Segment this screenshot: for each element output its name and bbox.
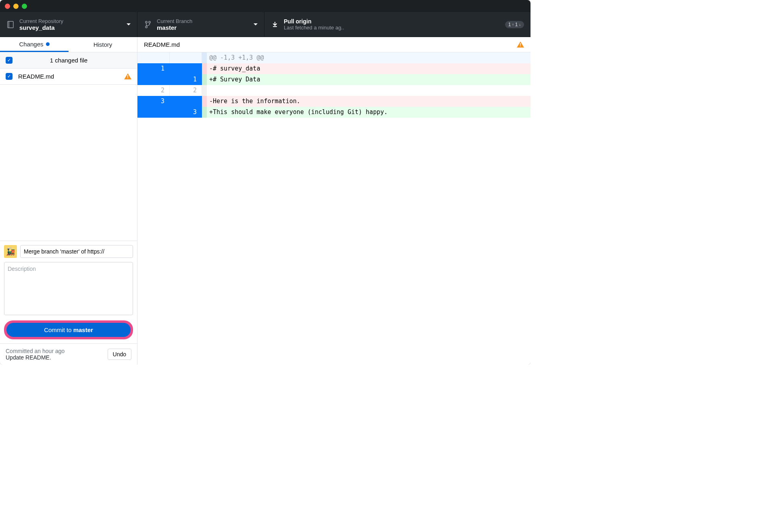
diff-marker (202, 107, 207, 118)
svg-point-3 (149, 21, 150, 23)
toolbar: Current Repository survey_data Current B… (0, 12, 531, 37)
sync-title: Pull origin (284, 18, 501, 25)
repo-selector[interactable]: Current Repository survey_data (0, 12, 137, 37)
diff-row-del[interactable]: 1-# survey_data (137, 63, 531, 74)
gutter-old (137, 107, 170, 118)
repo-label: Current Repository (19, 18, 127, 24)
svg-rect-0 (8, 21, 13, 28)
gutter-old (137, 74, 170, 85)
gutter-new: 2 (170, 85, 202, 96)
svg-rect-5 (273, 26, 277, 27)
repo-value: survey_data (19, 24, 127, 31)
gutter-old: 1 (137, 63, 170, 74)
warning-icon (517, 42, 524, 48)
chevron-down-icon (254, 23, 258, 25)
gutter-new (170, 52, 202, 63)
diff-code: +This should make everyone (including Gi… (207, 107, 531, 118)
tab-changes[interactable]: Changes (0, 37, 69, 52)
changed-files-header: ✓ 1 changed file (0, 52, 137, 69)
diff-row-add[interactable]: 3+This should make everyone (including G… (137, 107, 531, 118)
undo-button[interactable]: Undo (108, 349, 131, 360)
chevron-down-icon (127, 23, 131, 25)
pull-origin-button[interactable]: Pull origin Last fetched a minute ag.. 1… (264, 12, 531, 37)
repo-icon (6, 20, 15, 29)
diff-code (207, 85, 531, 96)
commit-button[interactable]: Commit to master (6, 323, 131, 337)
diff-marker (202, 63, 207, 74)
diff-code: -# survey_data (207, 63, 531, 74)
download-icon (271, 20, 279, 29)
branch-label: Current Branch (157, 18, 254, 24)
diff-marker (202, 96, 207, 107)
last-commit-message: Update README. (6, 354, 108, 361)
commit-form: 🚂 Commit to master (0, 241, 137, 343)
commit-description-input[interactable] (4, 262, 133, 315)
diff-code: -Here is the information. (207, 96, 531, 107)
diff-panel: README.md @@ -1,3 +1,3 @@1-# survey_data… (137, 37, 531, 365)
diff-row-ctx[interactable]: 22 (137, 85, 531, 96)
titlebar (0, 0, 531, 12)
changed-count: 1 changed file (18, 57, 119, 64)
diff-row-add[interactable]: 1+# Survey Data (137, 74, 531, 85)
diff-marker (202, 52, 207, 63)
diff-row-del[interactable]: 3-Here is the information. (137, 96, 531, 107)
branch-value: master (157, 24, 254, 31)
file-checkbox[interactable]: ✓ (6, 73, 12, 80)
branch-icon (144, 20, 152, 29)
sync-badge: 1↑ 1↓ (505, 21, 524, 28)
diff-row-hunk[interactable]: @@ -1,3 +1,3 @@ (137, 52, 531, 63)
gutter-old: 2 (137, 85, 170, 96)
changes-indicator-dot (46, 42, 50, 46)
window-maximize-button[interactable] (22, 4, 27, 9)
diff-marker (202, 74, 207, 85)
gutter-new (170, 63, 202, 74)
gutter-old: 3 (137, 96, 170, 107)
gutter-new (170, 96, 202, 107)
last-commit-time: Committed an hour ago (6, 348, 108, 354)
gutter-old (137, 52, 170, 63)
file-item[interactable]: ✓README.md (0, 69, 137, 85)
diff-code: +# Survey Data (207, 74, 531, 85)
commit-summary-input[interactable] (20, 245, 133, 258)
branch-selector[interactable]: Current Branch master (137, 12, 264, 37)
diff-filename: README.md (144, 41, 517, 48)
tab-history[interactable]: History (69, 37, 137, 52)
warning-icon (124, 73, 131, 79)
window-minimize-button[interactable] (13, 4, 19, 9)
svg-point-4 (146, 26, 147, 27)
gutter-new: 3 (170, 107, 202, 118)
diff-view: @@ -1,3 +1,3 @@1-# survey_data1+# Survey… (137, 52, 531, 365)
sidebar: Changes History ✓ 1 changed file ✓README… (0, 37, 137, 365)
svg-point-2 (146, 21, 147, 23)
diff-code: @@ -1,3 +1,3 @@ (207, 52, 531, 63)
select-all-checkbox[interactable]: ✓ (6, 57, 12, 64)
last-commit: Committed an hour ago Update README. Und… (0, 343, 137, 365)
file-name: README.md (18, 73, 124, 80)
gutter-new: 1 (170, 74, 202, 85)
avatar: 🚂 (4, 245, 17, 258)
sync-subtitle: Last fetched a minute ag.. (284, 25, 501, 31)
diff-marker (202, 85, 207, 96)
window-close-button[interactable] (5, 4, 10, 9)
